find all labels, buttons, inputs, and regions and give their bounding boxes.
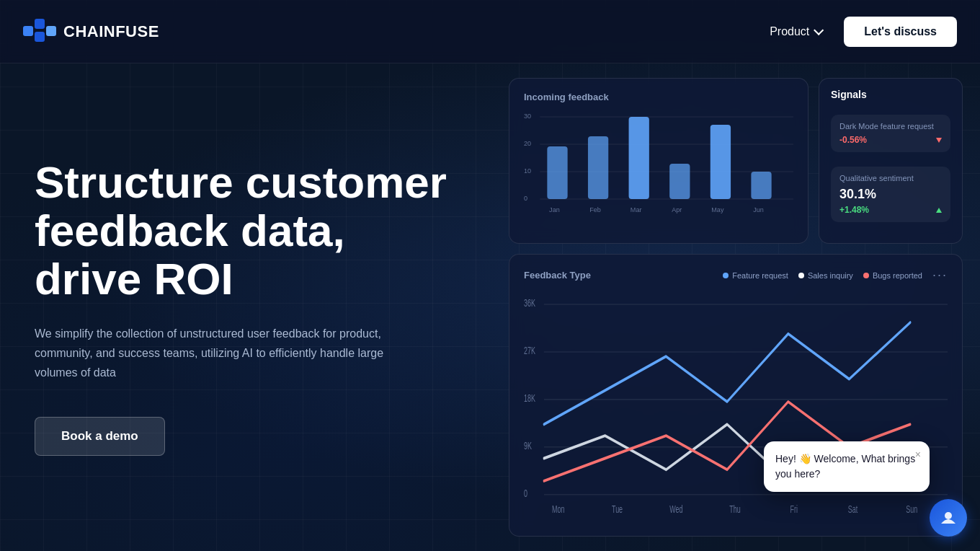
more-button[interactable]: ··· [932,268,948,283]
feedback-header: Feedback Type Feature request Sales inqu… [524,268,948,283]
chat-widget: × Hey! 👋 Welcome, What brings you here? [764,441,930,492]
legend-dot-sales [798,273,804,278]
svg-text:Sun: Sun [906,503,917,515]
bar-chart-svg: 30 20 10 0 [524,110,793,221]
svg-text:Wed: Wed [669,503,682,515]
chevron-down-icon [814,25,824,35]
signal-sentiment: Qualitative sentiment 30.1% +1.48% [831,167,950,222]
svg-text:18K: 18K [524,392,535,405]
legend-label-bugs: Bugs reported [873,271,922,280]
top-row: Incoming feedback 30 20 10 0 [509,78,963,244]
svg-text:36K: 36K [524,297,535,309]
svg-text:Mar: Mar [631,206,642,213]
discuss-button[interactable]: Let's discuss [844,17,957,47]
svg-rect-15 [669,164,690,199]
legend: Feature request Sales inquiry Bugs repor… [723,268,948,283]
svg-rect-0 [23,26,33,36]
logo-area: CHAINFUSE [23,14,159,49]
svg-point-42 [945,512,952,519]
svg-rect-3 [46,26,56,36]
signal-sentiment-change: +1.48% [839,205,869,215]
product-menu[interactable]: Product [770,25,821,38]
signal-sentiment-change-row: +1.48% [839,205,942,215]
svg-rect-17 [751,172,771,199]
legend-feature-request: Feature request [723,271,788,280]
feedback-type-card: Feedback Type Feature request Sales inqu… [509,254,963,537]
svg-text:May: May [711,206,724,213]
signal-dark-mode-value-row: -0.56% [839,135,942,145]
svg-text:Apr: Apr [672,206,682,213]
svg-text:10: 10 [524,167,531,175]
hero-title: Structure customer feedback data, drive … [35,159,455,304]
nav-right: Product Let's discuss [770,17,957,47]
chat-message: Hey! 👋 Welcome, What brings you here? [775,451,918,482]
bar-chart-area: 30 20 10 0 [524,110,793,221]
signal-dark-mode-label: Dark Mode feature request [839,122,942,131]
svg-text:Jun: Jun [753,206,764,213]
legend-label-feature: Feature request [732,271,788,280]
legend-dot-bugs [863,273,869,278]
signals-card: Signals Dark Mode feature request -0.56%… [819,78,963,244]
svg-text:Mon: Mon [552,503,564,515]
svg-rect-2 [35,32,45,42]
signal-dark-mode-value: -0.56% [839,135,867,145]
svg-text:Sat: Sat [848,503,858,515]
book-demo-button[interactable]: Book a demo [35,417,165,456]
legend-sales-inquiry: Sales inquiry [798,271,853,280]
arrow-up-icon [936,208,942,213]
svg-text:Thu: Thu [729,503,740,515]
svg-rect-16 [710,125,731,199]
incoming-feedback-title: Incoming feedback [524,92,793,102]
svg-rect-13 [588,136,608,199]
logo-text: CHAINFUSE [63,22,159,41]
incoming-feedback-card: Incoming feedback 30 20 10 0 [509,78,808,244]
signal-sentiment-label: Qualitative sentiment [839,174,942,182]
hero-title-line2: feedback data, [35,206,345,255]
feedback-type-title: Feedback Type [524,270,591,281]
svg-text:0: 0 [524,195,527,202]
svg-text:Feb: Feb [589,206,601,213]
chat-avatar-button[interactable] [930,499,967,537]
arrow-down-icon [936,138,942,143]
signals-title: Signals [831,89,950,100]
hero-title-line1: Structure customer [35,157,447,207]
hero-title-line3: drive ROI [35,254,233,304]
legend-label-sales: Sales inquiry [808,271,853,280]
chat-close-button[interactable]: × [915,449,921,460]
svg-rect-12 [547,146,567,199]
navbar: CHAINFUSE Product Let's discuss [0,0,980,63]
hero-subtitle: We simplify the collection of unstructur… [35,324,409,383]
svg-text:Jan: Jan [549,206,560,213]
svg-text:Tue: Tue [612,503,623,515]
hero-section: Structure customer feedback data, drive … [0,63,490,551]
signal-dark-mode: Dark Mode feature request -0.56% [831,115,950,152]
svg-text:30: 30 [524,113,531,120]
signal-sentiment-value: 30.1% [839,187,876,202]
logo-icon [23,14,58,49]
svg-text:Fri: Fri [790,503,797,515]
svg-rect-14 [629,117,649,199]
legend-bugs: Bugs reported [863,271,922,280]
svg-text:27K: 27K [524,345,535,357]
svg-text:20: 20 [524,140,531,147]
product-label: Product [770,25,809,38]
signal-sentiment-value-row: 30.1% [839,187,942,202]
svg-text:9K: 9K [524,440,532,452]
svg-text:0: 0 [524,488,527,500]
svg-rect-1 [35,19,45,29]
legend-dot-feature [723,273,729,278]
